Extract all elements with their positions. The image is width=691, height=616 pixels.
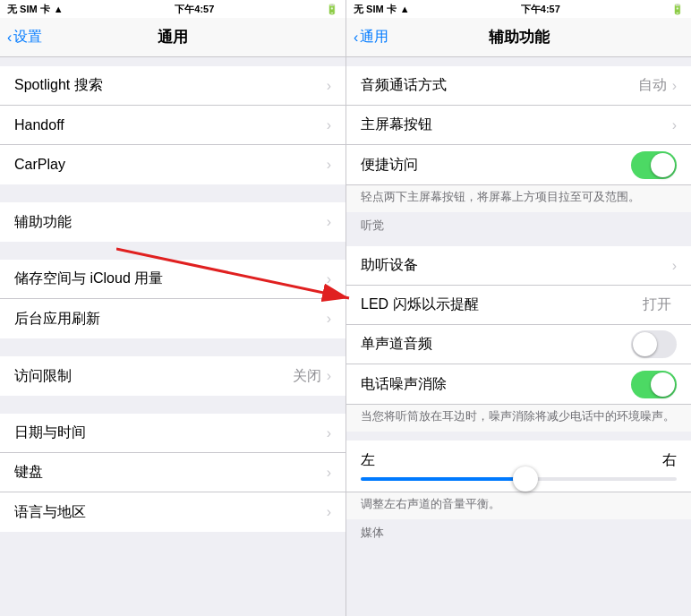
- led-value: 打开: [643, 295, 671, 314]
- noise-thumb: [651, 372, 675, 397]
- storage-chevron: ›: [327, 271, 331, 287]
- slider-fill: [361, 477, 525, 481]
- left-nav-title: 通用: [158, 27, 188, 47]
- left-section-1: Spotlight 搜索 › Handoff › CarPlay ›: [0, 66, 346, 184]
- right-back-button[interactable]: ‹ 通用: [354, 28, 388, 47]
- left-status-right: 🔋: [326, 4, 338, 15]
- audio-label: 音频通话方式: [361, 76, 638, 95]
- homebutton-chevron: ›: [672, 117, 677, 133]
- audio-chevron: ›: [672, 78, 677, 94]
- right-wifi-icon: ▲: [400, 4, 410, 14]
- audio-value: 自动: [638, 76, 667, 95]
- list-item-datetime[interactable]: 日期与时间 ›: [0, 414, 346, 453]
- list-item-storage[interactable]: 储存空间与 iCloud 用量 ›: [0, 260, 346, 299]
- language-chevron: ›: [327, 504, 331, 520]
- right-status-bar: 无 SIM 卡 ▲ 下午4:57 🔋: [346, 0, 691, 18]
- left-status-bar: 无 SIM 卡 ▲ 下午4:57 🔋: [0, 0, 346, 18]
- restrictions-label: 访问限制: [14, 367, 293, 386]
- mono-thumb: [633, 332, 657, 356]
- slider-left-label: 左: [361, 451, 375, 470]
- left-section-2: 辅助功能 ›: [0, 202, 346, 242]
- handoff-label: Handoff: [14, 117, 327, 133]
- right-status-right: 🔋: [671, 4, 684, 15]
- restrictions-chevron: ›: [327, 368, 331, 384]
- accessibility-chevron: ›: [327, 214, 331, 230]
- left-battery-icon: 🔋: [326, 4, 338, 15]
- reachability-toggle[interactable]: [631, 151, 677, 179]
- desc-balance: 调整左右声道的音量平衡。: [346, 492, 691, 519]
- slider-track[interactable]: [361, 477, 677, 481]
- left-section-5: 日期与时间 › 键盘 › 语言与地区 ›: [0, 414, 346, 532]
- hearing-section-header: 听觉: [346, 212, 691, 237]
- right-time: 下午4:57: [521, 3, 560, 16]
- media-section-header: 媒体: [346, 519, 691, 544]
- right-back-label: 通用: [360, 28, 388, 47]
- hearing-aid-chevron: ›: [672, 258, 677, 274]
- hearing-section: 助听设备 › LED 闪烁以示提醒 打开 单声道音频 电话噪声消除: [346, 246, 691, 404]
- left-back-chevron: ‹: [7, 30, 12, 46]
- left-nav-bar: ‹ 设置 通用: [0, 18, 346, 57]
- homebutton-label: 主屏幕按钮: [361, 116, 672, 134]
- background-chevron: ›: [327, 311, 331, 327]
- list-item-handoff[interactable]: Handoff ›: [0, 106, 346, 145]
- divider: [346, 432, 691, 441]
- gap-3: [0, 338, 346, 347]
- slider-section: 左 右: [346, 441, 691, 492]
- left-section-3: 储存空间与 iCloud 用量 › 后台应用刷新 ›: [0, 260, 346, 338]
- toggle-thumb: [651, 153, 675, 177]
- right-item-mono[interactable]: 单声道音频: [346, 325, 691, 364]
- keyboard-label: 键盘: [14, 463, 327, 482]
- right-top-section: 音频通话方式 自动 › 主屏幕按钮 › 便捷访问: [346, 66, 691, 184]
- right-back-chevron: ‹: [354, 30, 358, 46]
- right-carrier: 无 SIM 卡: [354, 3, 397, 16]
- list-item-language[interactable]: 语言与地区 ›: [0, 492, 346, 532]
- desc-noise: 当您将听筒放在耳边时，噪声消除将减少电话中的环境噪声。: [346, 404, 691, 432]
- gap-4: [0, 396, 346, 405]
- right-battery-icon: 🔋: [671, 4, 684, 15]
- mono-label: 单声道音频: [361, 335, 631, 354]
- gap-1: [0, 184, 346, 193]
- desc-reachability: 轻点两下主屏幕按钮，将屏幕上方项目拉至可及范围。: [346, 184, 691, 212]
- background-label: 后台应用刷新: [14, 310, 327, 329]
- mono-toggle[interactable]: [631, 330, 677, 358]
- right-item-hearing-aid[interactable]: 助听设备 ›: [346, 246, 691, 286]
- left-carrier: 无 SIM 卡: [7, 3, 50, 16]
- carplay-label: CarPlay: [14, 157, 327, 173]
- left-panel: 无 SIM 卡 ▲ 下午4:57 🔋 ‹ 设置 通用 Spotlight 搜索 …: [0, 0, 346, 616]
- storage-label: 储存空间与 iCloud 用量: [14, 270, 327, 288]
- slider-thumb[interactable]: [513, 466, 538, 492]
- right-item-audio[interactable]: 音频通话方式 自动 ›: [346, 66, 691, 106]
- hearing-aid-label: 助听设备: [361, 256, 672, 275]
- accessibility-label: 辅助功能: [14, 213, 327, 232]
- list-item-restrictions[interactable]: 访问限制 关闭 ›: [0, 356, 346, 396]
- right-item-reachability[interactable]: 便捷访问: [346, 145, 691, 184]
- right-status-left: 无 SIM 卡 ▲: [354, 3, 410, 16]
- handoff-chevron: ›: [327, 117, 331, 133]
- right-item-noise[interactable]: 电话噪声消除: [346, 364, 691, 404]
- list-item-keyboard[interactable]: 键盘 ›: [0, 453, 346, 492]
- list-item-carplay[interactable]: CarPlay ›: [0, 145, 346, 184]
- right-item-led[interactable]: LED 闪烁以示提醒 打开: [346, 286, 691, 325]
- right-nav-title: 辅助功能: [489, 27, 550, 47]
- restrictions-value: 关闭: [293, 367, 321, 386]
- datetime-label: 日期与时间: [14, 424, 327, 442]
- led-label: LED 闪烁以示提醒: [361, 295, 643, 314]
- right-panel: 无 SIM 卡 ▲ 下午4:57 🔋 ‹ 通用 辅助功能 音频通话方式 自动 ›…: [346, 0, 691, 616]
- gap-2: [0, 242, 346, 251]
- spotlight-label: Spotlight 搜索: [14, 76, 327, 95]
- datetime-chevron: ›: [327, 425, 331, 441]
- left-scroll: Spotlight 搜索 › Handoff › CarPlay › 辅助功能 …: [0, 57, 346, 616]
- list-item-spotlight[interactable]: Spotlight 搜索 ›: [0, 66, 346, 106]
- noise-label: 电话噪声消除: [361, 375, 631, 394]
- noise-toggle[interactable]: [631, 371, 677, 398]
- list-item-background[interactable]: 后台应用刷新 ›: [0, 299, 346, 338]
- left-wifi-icon: ▲: [54, 4, 64, 14]
- left-back-button[interactable]: ‹ 设置: [7, 28, 42, 47]
- left-time: 下午4:57: [175, 3, 214, 16]
- list-item-accessibility[interactable]: 辅助功能 ›: [0, 202, 346, 242]
- right-item-homebutton[interactable]: 主屏幕按钮 ›: [346, 106, 691, 145]
- keyboard-chevron: ›: [327, 465, 331, 481]
- left-section-4: 访问限制 关闭 ›: [0, 356, 346, 396]
- language-label: 语言与地区: [14, 503, 327, 522]
- spotlight-chevron: ›: [327, 78, 331, 94]
